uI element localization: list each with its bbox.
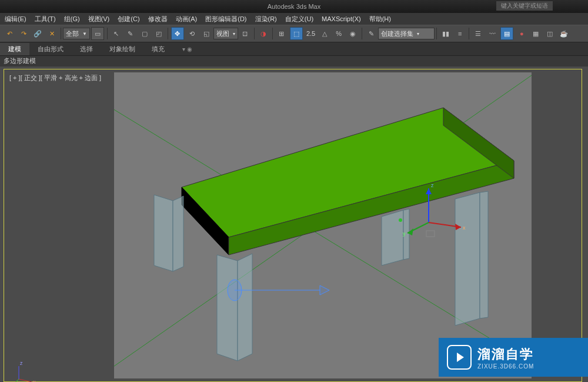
window-crossing-icon[interactable]: ◰	[153, 28, 165, 39]
layers-icon[interactable]: ☰	[472, 28, 484, 39]
watermark-banner: 溜溜自学 ZIXUE.3D66.COM	[439, 338, 588, 377]
cursor-icon[interactable]: ↖	[111, 28, 122, 39]
svg-text:z: z	[431, 182, 434, 188]
menu-help[interactable]: 帮助(H)	[369, 15, 391, 24]
curve-editor-icon[interactable]: 〰	[486, 28, 498, 39]
svg-marker-6	[217, 255, 238, 361]
svg-marker-7	[238, 254, 252, 361]
svg-marker-8	[154, 195, 173, 271]
separator	[272, 28, 273, 39]
rotate-icon[interactable]: ⟲	[186, 28, 198, 39]
manipulate-icon[interactable]: ◑	[258, 28, 269, 39]
name-select-icon[interactable]: ✎	[125, 28, 136, 39]
separator	[168, 28, 168, 39]
watermark-url: ZIXUE.3D66.COM	[477, 363, 534, 370]
snap-toggle-icon[interactable]: ⬚	[290, 27, 303, 40]
menu-maxscript[interactable]: MAXScript(X)	[322, 15, 361, 22]
schematic-view-icon[interactable]: ▤	[500, 27, 513, 40]
menu-create[interactable]: 创建(C)	[118, 15, 139, 24]
tab-freeform[interactable]: 自由形式	[29, 43, 72, 55]
align-icon[interactable]: ≡	[454, 28, 466, 39]
menu-group[interactable]: 组(G)	[64, 15, 80, 24]
tab-modeling[interactable]: 建模	[0, 43, 29, 55]
unlink-icon[interactable]: ✕	[46, 28, 58, 39]
percent-snap-icon[interactable]: %	[333, 28, 345, 39]
selection-filter-dropdown[interactable]: 全部▼	[63, 28, 90, 39]
snap-value: 2.5	[306, 30, 315, 37]
menu-anim[interactable]: 动画(A)	[176, 15, 198, 24]
named-selection-dropdown[interactable]: 创建选择集▾	[378, 28, 435, 39]
ribbon-panel-label[interactable]: 多边形建模	[0, 56, 588, 67]
tab-select[interactable]: 选择	[72, 43, 101, 55]
rect-select-icon[interactable]: ▢	[139, 28, 151, 39]
select-icon[interactable]: ▭	[91, 27, 104, 40]
menu-view[interactable]: 视图(V)	[88, 15, 110, 24]
mirror-icon[interactable]: ▮▮	[440, 28, 452, 39]
separator	[469, 28, 469, 39]
menu-bar: 编辑(E) 工具(T) 组(G) 视图(V) 创建(C) 修改器 动画(A) 图…	[0, 13, 588, 25]
app-title: Autodesk 3ds Max	[268, 3, 321, 10]
separator	[362, 28, 362, 39]
title-bar: Autodesk 3ds Max 键入关键字或短语	[0, 0, 588, 13]
separator	[61, 28, 61, 39]
play-icon	[447, 345, 472, 370]
tab-objpaint[interactable]: 对象绘制	[101, 43, 143, 55]
edit-named-sel-icon[interactable]: ✎	[365, 28, 377, 39]
search-placeholder[interactable]: 键入关键字或短语	[496, 1, 553, 11]
menu-modifier[interactable]: 修改器	[148, 15, 168, 24]
ref-coord-dropdown[interactable]: 视图▾	[213, 28, 238, 39]
render-setup-icon[interactable]: ▦	[530, 28, 542, 39]
angle-snap-icon[interactable]: △	[319, 28, 330, 39]
render-icon[interactable]: ☕	[558, 28, 570, 39]
ribbon-bar: 建模 自由形式 选择 对象绘制 填充 ▾ ◉	[0, 42, 588, 56]
svg-marker-13	[480, 191, 488, 318]
menu-tools[interactable]: 工具(T)	[35, 15, 56, 24]
separator	[254, 28, 255, 39]
svg-marker-16	[320, 285, 329, 295]
separator	[436, 28, 437, 39]
workspace: [ + ][ 正交 ][ 平滑 + 高光 + 边面 ]	[0, 67, 588, 382]
link-icon[interactable]: 🔗	[32, 28, 44, 39]
redo-icon[interactable]: ↷	[18, 28, 29, 39]
watermark-title: 溜溜自学	[477, 346, 534, 363]
svg-marker-9	[173, 196, 183, 271]
svg-text:x: x	[463, 225, 466, 231]
move-icon[interactable]: ✥	[171, 27, 184, 40]
menu-custom[interactable]: 自定义(U)	[285, 15, 313, 24]
scale-icon[interactable]: ◱	[201, 28, 212, 39]
center-icon[interactable]: ⊡	[239, 28, 251, 39]
menu-graph[interactable]: 图形编辑器(D)	[205, 15, 246, 24]
ribbon-collapse-icon[interactable]: ▾ ◉	[182, 46, 192, 52]
separator	[107, 28, 108, 39]
menu-render[interactable]: 渲染(R)	[255, 15, 277, 24]
material-editor-icon[interactable]: ●	[516, 28, 527, 39]
viewport-canvas[interactable]: z x y	[114, 72, 532, 378]
svg-point-27	[399, 218, 402, 222]
menu-edit[interactable]: 编辑(E)	[5, 15, 26, 24]
spinner-snap-icon[interactable]: ◉	[347, 28, 359, 39]
undo-icon[interactable]: ↶	[4, 28, 15, 39]
svg-marker-12	[455, 192, 480, 325]
render-frame-icon[interactable]: ◫	[544, 28, 556, 39]
keyboard-shortcut-icon[interactable]: ⊞	[276, 28, 288, 39]
tab-fill[interactable]: 填充	[143, 43, 173, 55]
svg-rect-23	[426, 231, 435, 237]
scene-3d: z x y	[114, 72, 532, 378]
svg-text:y: y	[403, 231, 406, 237]
main-toolbar: ↶ ↷ 🔗 ✕ 全部▼ ▭ ↖ ✎ ▢ ◰ ✥ ⟲ ◱ 视图▾ ⊡ ◑ ⊞ ⬚ …	[0, 25, 588, 42]
viewport-label[interactable]: [ + ][ 正交 ][ 平滑 + 高光 + 边面 ]	[9, 74, 101, 82]
